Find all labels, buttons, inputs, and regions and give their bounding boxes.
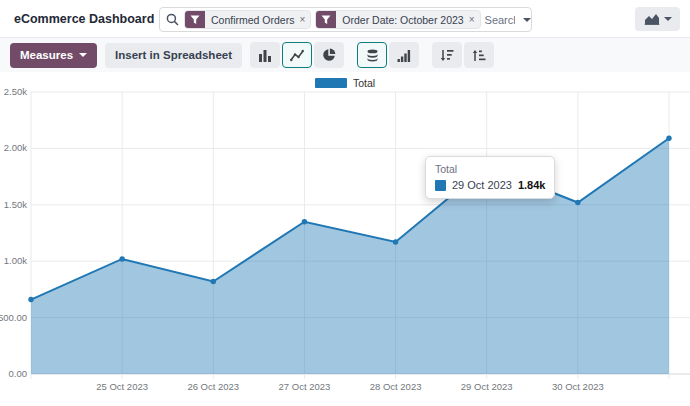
view-switcher-button[interactable]: [635, 7, 680, 31]
svg-text:500.00: 500.00: [0, 312, 27, 323]
svg-text:28 Oct 2023: 28 Oct 2023: [370, 381, 422, 392]
search-bar[interactable]: Confirmed Orders × Order Date: October 2…: [159, 7, 532, 32]
stacked-icon: [366, 49, 379, 62]
facet-remove-icon[interactable]: ×: [468, 14, 480, 25]
graph-toolbar: Measures Insert in Spreadsheet: [0, 38, 690, 72]
svg-text:29 Oct 2023: 29 Oct 2023: [461, 381, 513, 392]
cumulative-button[interactable]: [389, 42, 419, 68]
chart-option-group: [357, 42, 419, 68]
area-chart-icon: [644, 13, 660, 25]
insert-in-spreadsheet-label: Insert in Spreadsheet: [115, 49, 232, 61]
chart-area: Total 2.50k2.00k1.50k1.00k500.000.0025 O…: [0, 72, 690, 406]
svg-text:1.50k: 1.50k: [4, 199, 27, 210]
search-facet-order-date[interactable]: Order Date: October 2023 ×: [315, 10, 480, 29]
facet-label: Order Date: October 2023: [336, 14, 467, 26]
search-icon: [166, 13, 179, 26]
svg-text:0.00: 0.00: [9, 368, 28, 379]
chart-type-group: [250, 42, 344, 68]
area-chart[interactable]: 2.50k2.00k1.50k1.00k500.000.0025 Oct 202…: [0, 84, 690, 406]
svg-text:30 Oct 2023: 30 Oct 2023: [552, 381, 604, 392]
svg-text:2.50k: 2.50k: [4, 86, 27, 97]
tooltip-value: 1.84k: [518, 179, 546, 191]
svg-text:25 Oct 2023: 25 Oct 2023: [96, 381, 148, 392]
search-dropdown-toggle[interactable]: [515, 18, 539, 22]
facet-label: Confirmed Orders: [205, 14, 298, 26]
ascending-bars-icon: [397, 49, 411, 62]
pie-chart-icon: [322, 48, 336, 62]
svg-text:2.00k: 2.00k: [4, 142, 27, 153]
page-title: eCommerce Dashboard: [14, 12, 154, 26]
search-input[interactable]: [485, 14, 515, 26]
control-panel-top-bar: eCommerce Dashboard ⚙ Confirmed Orders ×…: [0, 0, 690, 38]
chevron-down-icon: [79, 53, 87, 57]
measures-button[interactable]: Measures: [10, 43, 97, 68]
svg-text:27 Oct 2023: 27 Oct 2023: [279, 381, 331, 392]
sort-group: [432, 42, 494, 68]
tooltip-title: Total: [435, 163, 545, 175]
svg-text:1.00k: 1.00k: [4, 255, 27, 266]
pie-chart-button[interactable]: [314, 42, 344, 68]
facet-remove-icon[interactable]: ×: [298, 14, 310, 25]
tooltip-row: 29 Oct 2023 1.84k: [435, 179, 545, 191]
sort-ascending-button[interactable]: [464, 42, 494, 68]
tooltip-date: 29 Oct 2023: [452, 179, 512, 191]
chart-tooltip: Total 29 Oct 2023 1.84k: [425, 156, 555, 199]
measures-label: Measures: [20, 49, 73, 61]
line-chart-icon: [290, 49, 304, 62]
tooltip-color-swatch: [435, 180, 446, 191]
bar-chart-icon: [258, 49, 272, 62]
sort-ascending-icon: [472, 49, 486, 62]
line-chart-button[interactable]: [282, 42, 312, 68]
stacked-toggle-button[interactable]: [357, 42, 387, 68]
search-facet-confirmed-orders[interactable]: Confirmed Orders ×: [184, 10, 311, 29]
filter-funnel-icon: [185, 10, 205, 29]
odoo-graph-view: eCommerce Dashboard ⚙ Confirmed Orders ×…: [0, 0, 690, 406]
svg-text:26 Oct 2023: 26 Oct 2023: [187, 381, 239, 392]
chevron-down-icon: [523, 18, 531, 22]
chevron-down-icon: [664, 17, 672, 21]
insert-in-spreadsheet-button[interactable]: Insert in Spreadsheet: [105, 43, 242, 68]
filter-funnel-icon: [316, 10, 336, 29]
sort-descending-icon: [440, 49, 454, 62]
bar-chart-button[interactable]: [250, 42, 280, 68]
sort-descending-button[interactable]: [432, 42, 462, 68]
